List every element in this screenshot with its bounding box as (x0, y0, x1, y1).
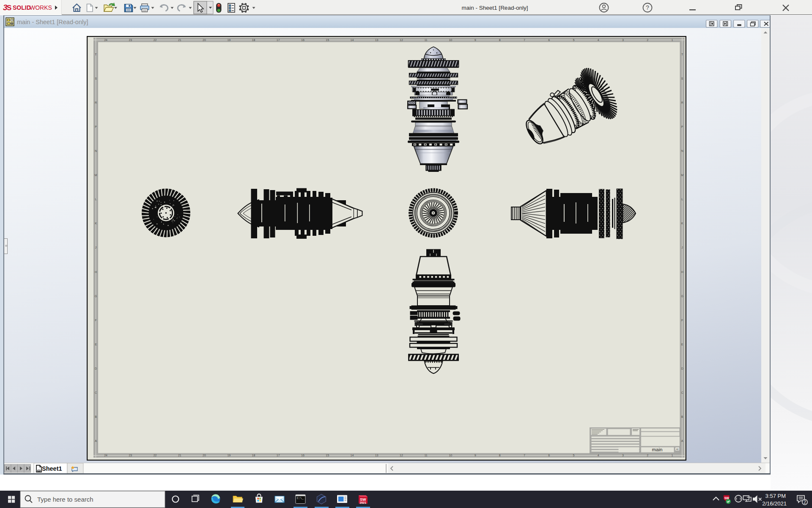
svg-text:main - Sheet1 [Read-only]: main - Sheet1 [Read-only] (17, 19, 88, 25)
svg-text:Type here to search: Type here to search (37, 496, 93, 503)
svg-text:17: 17 (277, 454, 280, 457)
svg-text:2/16/2021: 2/16/2021 (762, 500, 787, 507)
svg-text:7: 7 (524, 454, 525, 457)
svg-text:S: S (95, 77, 97, 80)
svg-text:10: 10 (449, 454, 452, 457)
svg-text:R: R (681, 101, 683, 104)
svg-text:A: A (95, 439, 97, 442)
svg-text:K: K (95, 222, 97, 225)
svg-text:16: 16 (301, 454, 304, 457)
svg-text:2021: 2021 (360, 501, 367, 504)
svg-text:F: F (681, 319, 683, 322)
svg-text:8: 8 (499, 454, 501, 457)
svg-text:D: D (681, 367, 683, 370)
svg-text:L: L (95, 198, 97, 201)
svg-text:21: 21 (178, 454, 181, 457)
svg-text:13: 13 (375, 39, 379, 41)
svg-text:SOLID: SOLID (13, 4, 31, 11)
svg-text:T: T (681, 53, 683, 56)
svg-text:main: main (652, 447, 663, 452)
svg-text:P: P (681, 125, 683, 128)
svg-text:C:\_: C:\_ (297, 497, 304, 500)
svg-text:M: M (681, 174, 683, 177)
svg-text:19: 19 (227, 39, 230, 41)
svg-text:8: 8 (499, 39, 501, 41)
svg-text:21: 21 (178, 39, 181, 41)
svg-text:18: 18 (252, 39, 255, 41)
svg-text:S: S (681, 77, 683, 80)
svg-text:6: 6 (548, 454, 550, 457)
svg-text:SW: SW (724, 497, 730, 500)
svg-text:24: 24 (104, 39, 107, 41)
svg-text:3:57 PM: 3:57 PM (765, 493, 786, 499)
svg-text:9: 9 (475, 39, 476, 41)
svg-text:J: J (95, 246, 97, 249)
svg-text:11: 11 (424, 39, 427, 41)
svg-text:17: 17 (277, 39, 280, 41)
svg-text:A: A (681, 439, 683, 442)
svg-text:15: 15 (326, 454, 329, 457)
svg-text:9: 9 (475, 454, 476, 457)
svg-text:P: P (95, 125, 97, 128)
svg-text:G: G (681, 295, 683, 298)
svg-text:main - Sheet1 [Read-only]: main - Sheet1 [Read-only] (462, 5, 528, 11)
svg-text:6: 6 (548, 39, 550, 41)
svg-text:3: 3 (622, 454, 624, 457)
svg-text:Sheet1: Sheet1 (42, 465, 62, 472)
svg-text:B: B (681, 415, 683, 418)
svg-text:J: J (681, 246, 683, 249)
svg-text:3: 3 (622, 39, 624, 41)
svg-text:10: 10 (449, 39, 452, 41)
svg-text:7: 7 (524, 39, 525, 41)
svg-text:22: 22 (154, 454, 157, 457)
svg-text:C: C (95, 391, 97, 394)
svg-text:11: 11 (424, 454, 427, 457)
svg-text:20: 20 (203, 454, 206, 457)
svg-text:5: 5 (573, 454, 575, 457)
svg-text:12: 12 (400, 39, 403, 41)
svg-text:?: ? (646, 4, 649, 11)
svg-text:23: 23 (129, 454, 132, 457)
svg-text:1: 1 (671, 39, 673, 41)
svg-text:2: 2 (804, 500, 806, 505)
svg-text:22: 22 (154, 39, 157, 41)
svg-text:24: 24 (104, 454, 107, 457)
svg-text:G: G (95, 295, 97, 298)
svg-text:4: 4 (598, 454, 599, 457)
svg-text:5: 5 (573, 39, 575, 41)
svg-text:N: N (681, 149, 683, 152)
svg-text:H: H (681, 271, 683, 273)
svg-text:H: H (95, 271, 97, 273)
svg-text:S: S (7, 4, 11, 12)
svg-text:19: 19 (227, 454, 230, 457)
svg-text:E: E (681, 343, 683, 346)
svg-text:D: D (95, 367, 97, 370)
svg-text:20: 20 (203, 39, 206, 41)
svg-text:N: N (95, 149, 97, 152)
svg-text:F: F (95, 319, 96, 322)
svg-text:16: 16 (301, 39, 304, 41)
svg-text:14: 14 (351, 454, 354, 457)
svg-text:B: B (95, 415, 97, 418)
svg-text:4: 4 (598, 39, 599, 41)
svg-text:2: 2 (647, 39, 648, 41)
svg-text:12: 12 (400, 454, 403, 457)
svg-text:2: 2 (647, 454, 648, 457)
svg-text:E: E (95, 343, 97, 346)
svg-text:A0: A0 (676, 448, 678, 450)
svg-text:K: K (681, 222, 683, 225)
svg-text:13: 13 (375, 454, 379, 457)
svg-text:M: M (95, 174, 97, 177)
svg-text:L: L (681, 198, 683, 201)
svg-text:R: R (95, 101, 97, 104)
svg-text:14: 14 (351, 39, 354, 41)
svg-text:WORKS: WORKS (30, 4, 52, 11)
svg-text:C: C (681, 391, 683, 394)
svg-text:18: 18 (252, 454, 255, 457)
svg-text:15: 15 (326, 39, 329, 41)
svg-text:1: 1 (671, 454, 673, 457)
svg-text:T: T (95, 53, 97, 56)
svg-text:23: 23 (129, 39, 132, 41)
